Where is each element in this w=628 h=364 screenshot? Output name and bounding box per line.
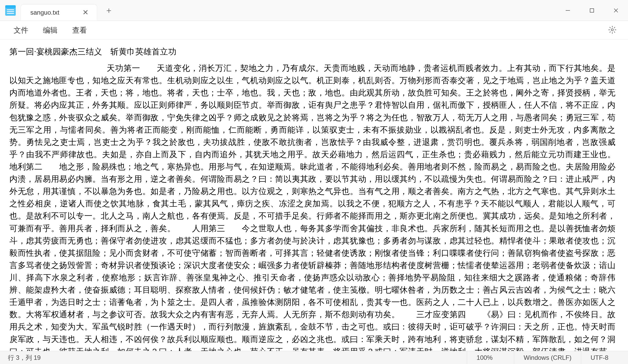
document-body: 天功第一 天道变化，消长万汇，契地之力，乃有成尔。天贵而地贱，天动而地静，贵者运… (9, 62, 615, 351)
svg-point-4 (611, 29, 613, 31)
maximize-icon (589, 8, 595, 13)
document-title-line: 第一回·宴桃园豪杰三结义 斩黄巾英雄首立功 (9, 46, 615, 58)
settings-button[interactable] (603, 26, 622, 35)
svg-rect-1 (590, 9, 594, 12)
file-tab[interactable]: sanguo.txt ✕ (21, 4, 97, 21)
menu-edit[interactable]: 编辑 (36, 23, 65, 38)
menu-file[interactable]: 文件 (6, 23, 36, 38)
notepad-icon (5, 5, 16, 16)
tab-title: sanguo.txt (30, 9, 59, 16)
tab-close-button[interactable]: ✕ (80, 8, 91, 17)
zoom-level[interactable]: 100% (467, 351, 514, 364)
statusbar: 行 3，列 19 100% Windows (CRLF) UTF-8 (0, 351, 628, 364)
gear-icon (608, 26, 616, 34)
close-button[interactable] (604, 0, 628, 21)
minimize-button[interactable] (556, 0, 580, 21)
close-icon (613, 8, 619, 13)
window-controls (556, 0, 628, 21)
cursor-position: 行 3，列 19 (0, 354, 467, 362)
encoding[interactable]: UTF-8 (581, 351, 628, 364)
menubar: 文件 编辑 查看 (0, 21, 628, 40)
text-editor-content[interactable]: 第一回·宴桃园豪杰三结义 斩黄巾英雄首立功 天功第一 天道变化，消长万汇，契地之… (0, 40, 628, 351)
new-tab-button[interactable]: ＋ (97, 5, 121, 16)
menu-view[interactable]: 查看 (65, 23, 94, 38)
maximize-button[interactable] (580, 0, 604, 21)
line-ending[interactable]: Windows (CRLF) (514, 351, 581, 364)
titlebar: sanguo.txt ✕ ＋ (0, 0, 628, 21)
minimize-icon (565, 8, 570, 13)
app-icon (0, 0, 21, 21)
